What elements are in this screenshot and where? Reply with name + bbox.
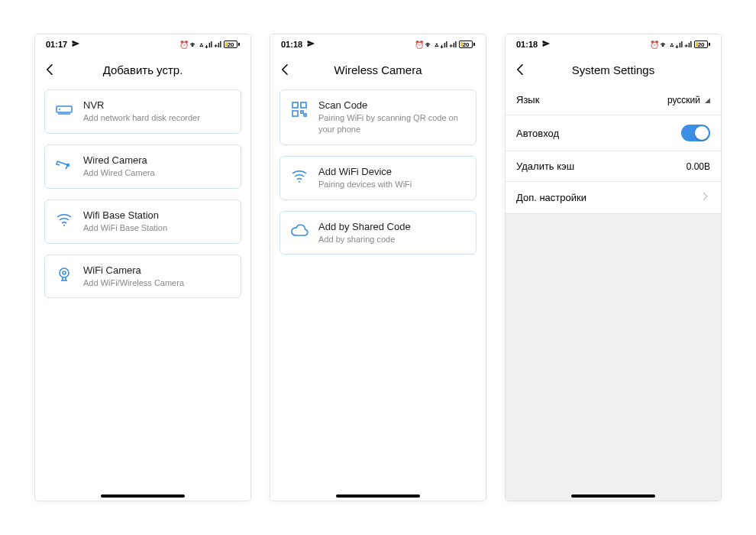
status-right-icons: ⏰ ᯤ ⁂ ₊ıl ₊ıl 20	[415, 41, 475, 49]
page-title: Wireless Camera	[334, 63, 422, 76]
svg-rect-11	[304, 114, 306, 116]
svg-rect-10	[301, 111, 303, 113]
status-time: 01:17	[46, 40, 67, 49]
card-title: Wired Camera	[83, 154, 155, 166]
wifi-cam-icon	[54, 264, 74, 284]
location-icon	[307, 40, 315, 49]
wired-cam-icon	[54, 154, 74, 174]
card-title: Add by Shared Code	[318, 221, 411, 232]
nav-bar: System Settings	[506, 54, 721, 85]
card-subtitle: Add network hard disk recorder	[83, 112, 200, 124]
cloud-icon	[289, 221, 309, 241]
status-bar: 01:18 ⏰ ᯤ ⁂ ₊ıl ₊ıl 20	[270, 34, 486, 54]
row-label: Удалить кэш	[516, 160, 574, 172]
battery-icon: 20	[459, 41, 475, 48]
battery-icon: 20	[694, 41, 710, 48]
status-bar: 01:17 ⏰ ᯤ ⁂ ₊ıl ₊ıl 20	[35, 34, 250, 54]
card-subtitle: Add by sharing code	[318, 234, 411, 245]
toggle-auto-login[interactable]	[681, 125, 710, 141]
device-type-list: NVR Add network hard disk recorder Wired…	[35, 89, 250, 298]
card-nvr[interactable]: NVR Add network hard disk recorder	[44, 89, 241, 134]
svg-point-5	[60, 268, 69, 277]
svg-point-12	[299, 181, 300, 183]
chevron-right-icon	[699, 191, 710, 204]
card-title: WiFi Camera	[83, 264, 184, 276]
card-wifi-camera[interactable]: WiFi Camera Add WiFi/Wireless Camera	[44, 255, 241, 299]
svg-rect-8	[301, 102, 306, 108]
svg-point-1	[59, 109, 60, 110]
card-subtitle: Add WiFi/Wireless Camera	[83, 277, 184, 289]
card-subtitle: Add Wired Camera	[83, 167, 155, 179]
location-icon	[542, 40, 550, 49]
home-indicator[interactable]	[101, 494, 185, 498]
back-button[interactable]	[276, 60, 295, 79]
card-title: Wifi Base Station	[83, 209, 167, 221]
svg-point-4	[63, 225, 65, 226]
page-title: System Settings	[572, 63, 654, 76]
qr-icon	[289, 99, 309, 119]
card-subtitle: Add WiFi Base Station	[83, 222, 167, 234]
location-icon	[72, 40, 79, 49]
status-right-icons: ⏰ ᯤ ⁂ ₊ıl ₊ıl 20	[179, 41, 240, 49]
svg-rect-7	[292, 102, 298, 108]
card-wired-camera[interactable]: Wired Camera Add Wired Camera	[44, 144, 241, 189]
card-title: NVR	[83, 99, 200, 111]
card-scan-code[interactable]: Scan Code Pairing WiFi by scanning QR co…	[279, 89, 477, 145]
home-indicator[interactable]	[336, 494, 420, 498]
card-subtitle: Pairing WiFi by scanning QR code on your…	[318, 112, 467, 135]
nvr-icon	[54, 99, 74, 119]
svg-point-6	[63, 271, 66, 274]
wifi-base-icon	[54, 209, 74, 229]
settings-list: Язык русский ◢ Автовход Удалить кэш 0.00…	[506, 85, 721, 214]
screen-system-settings: 01:18 ⏰ ᯤ ⁂ ₊ıl ₊ıl 20 System Settings Я…	[506, 34, 721, 501]
status-bar: 01:18 ⏰ ᯤ ⁂ ₊ıl ₊ıl 20	[506, 34, 721, 54]
nav-bar: Добавить устр.	[35, 54, 250, 85]
card-shared-code[interactable]: Add by Shared Code Add by sharing code	[279, 211, 477, 255]
row-advanced[interactable]: Доп. настройки	[506, 182, 721, 214]
status-right-icons: ⏰ ᯤ ⁂ ₊ıl ₊ıl 20	[650, 41, 710, 49]
dropdown-icon: ◢	[705, 96, 710, 104]
home-indicator[interactable]	[571, 494, 655, 498]
row-auto-login[interactable]: Автовход	[506, 115, 721, 151]
card-subtitle: Pairing devices with WiFi	[318, 179, 412, 190]
wireless-method-list: Scan Code Pairing WiFi by scanning QR co…	[270, 89, 486, 255]
status-time: 01:18	[516, 40, 538, 49]
card-title: Scan Code	[318, 99, 467, 111]
wifi-icon	[289, 166, 309, 186]
row-value: русский ◢	[667, 95, 710, 105]
page-title: Добавить устр.	[103, 63, 183, 76]
status-time: 01:18	[281, 40, 302, 49]
card-title: Add WiFi Device	[318, 166, 412, 177]
row-label: Автовход	[516, 128, 559, 139]
screen-wireless-camera: 01:18 ⏰ ᯤ ⁂ ₊ıl ₊ıl 20 Wireless Camera S…	[270, 34, 486, 501]
card-add-wifi-device[interactable]: Add WiFi Device Pairing devices with WiF…	[279, 156, 477, 200]
row-language[interactable]: Язык русский ◢	[506, 85, 721, 115]
settings-body: Язык русский ◢ Автовход Удалить кэш 0.00…	[506, 85, 721, 501]
card-wifi-base[interactable]: Wifi Base Station Add WiFi Base Station	[44, 199, 241, 244]
back-button[interactable]	[41, 60, 60, 79]
row-label: Доп. настройки	[516, 192, 586, 203]
back-button[interactable]	[512, 60, 530, 79]
battery-icon: 20	[224, 41, 240, 48]
nav-bar: Wireless Camera	[270, 54, 486, 85]
row-label: Язык	[516, 94, 539, 105]
screen-add-device: 01:17 ⏰ ᯤ ⁂ ₊ıl ₊ıl 20 Добавить устр. NV…	[35, 34, 250, 501]
row-value: 0.00B	[687, 161, 710, 172]
row-clear-cache[interactable]: Удалить кэш 0.00B	[506, 151, 721, 182]
svg-rect-9	[292, 111, 298, 116]
